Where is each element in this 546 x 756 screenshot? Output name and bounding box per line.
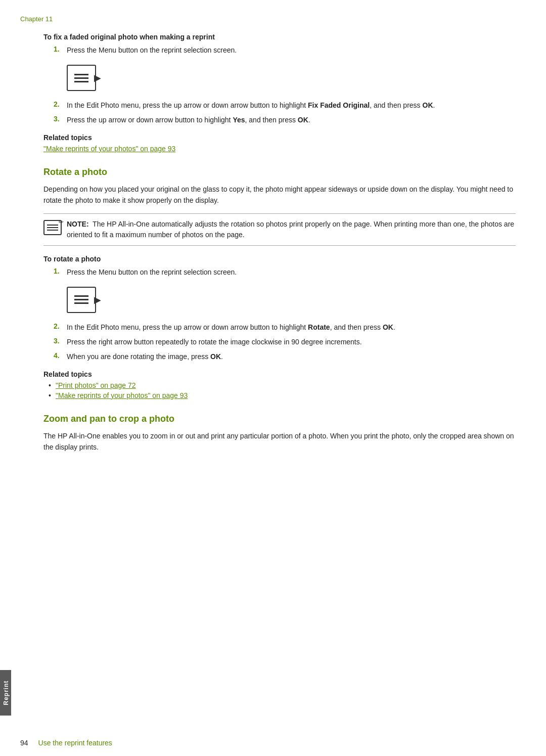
- bullet-dot-2: •: [49, 391, 56, 399]
- fix-faded-step-1: 1. Press the Menu button on the reprint …: [43, 45, 516, 56]
- menu-icon-line-1: [74, 74, 88, 75]
- fix-faded-section: To fix a faded original photo when makin…: [20, 33, 516, 153]
- sidebar-tab-label: Reprint: [2, 681, 9, 705]
- rotate-subheading: To rotate a photo: [43, 255, 516, 263]
- menu-icon-line-c: [74, 302, 88, 304]
- rotate-step-3: 3. Press the right arrow button repeated…: [43, 337, 516, 347]
- note-body: The HP All-in-One automatically adjusts …: [67, 220, 514, 239]
- rotate-step-num-3: 3.: [54, 337, 64, 347]
- rotate-step-text-4: When you are done rotating the image, pr…: [67, 351, 516, 362]
- fix-faded-ok: OK: [423, 101, 433, 109]
- step-number-3: 3.: [54, 115, 64, 125]
- note-text-container: NOTE: The HP All-in-One automatically ad…: [67, 219, 516, 240]
- step-text-2: In the Edit Photo menu, press the up arr…: [67, 100, 516, 111]
- note-label: NOTE:: [67, 220, 89, 228]
- note-icon-line-3: [47, 230, 58, 231]
- zoom-pan-description: The HP All-in-One enables you to zoom in…: [43, 430, 516, 453]
- rotate-step-num-2: 2.: [54, 322, 64, 333]
- page-footer: 94 Use the reprint features: [20, 739, 516, 747]
- fix-faded-yes: Yes: [233, 116, 245, 124]
- menu-icon-lines-2: [74, 295, 88, 304]
- menu-icon-line-2: [74, 77, 88, 79]
- step-number-1: 1.: [54, 45, 64, 56]
- fix-faded-steps: 1. Press the Menu button on the reprint …: [43, 45, 516, 56]
- step-text-1: Press the Menu button on the reprint sel…: [67, 45, 516, 56]
- bullet-dot-1: •: [49, 381, 56, 389]
- footer-section-label: Use the reprint features: [38, 739, 112, 747]
- fix-faded-related-link[interactable]: "Make reprints of your photos" on page 9…: [43, 145, 175, 153]
- menu-icon-line-b: [74, 299, 88, 300]
- menu-icon-line-a: [74, 295, 88, 297]
- rotate-step-1: 1. Press the Menu button on the reprint …: [43, 267, 516, 278]
- sidebar-tab: Reprint: [0, 670, 11, 716]
- menu-icon-arrow-2: ▶: [94, 294, 101, 305]
- fix-faded-heading: To fix a faded original photo when makin…: [43, 33, 516, 41]
- zoom-pan-title: Zoom and pan to crop a photo: [43, 414, 516, 424]
- page-number: 94: [20, 739, 28, 747]
- fix-faded-related-heading: Related topics: [43, 134, 516, 142]
- menu-button-icon: ▶: [67, 65, 96, 91]
- rotate-step-text-3: Press the right arrow button repeatedly …: [67, 337, 516, 347]
- rotate-photo-description: Depending on how you placed your origina…: [43, 184, 516, 206]
- rotate-steps: 1. Press the Menu button on the reprint …: [43, 267, 516, 278]
- zoom-pan-section: Zoom and pan to crop a photo The HP All-…: [20, 414, 516, 453]
- menu-icon-arrow: ▶: [94, 72, 101, 83]
- fix-faded-ok-3: OK: [298, 116, 308, 124]
- rotate-step-2: 2. In the Edit Photo menu, press the up …: [43, 322, 516, 333]
- rotate-ok-4: OK: [210, 352, 221, 361]
- step-number-2: 2.: [54, 100, 64, 111]
- fix-faded-step-3: 3. Press the up arrow or down arrow butt…: [43, 115, 516, 125]
- note-pencil-icon: ✏: [59, 218, 64, 226]
- rotate-step-text-1: Press the Menu button on the reprint sel…: [67, 267, 516, 278]
- note-icon-line-2: [47, 227, 58, 228]
- rotate-link-1[interactable]: "Print photos" on page 72: [56, 381, 136, 389]
- rotate-steps-2-4: 2. In the Edit Photo menu, press the up …: [43, 322, 516, 362]
- rotate-step-text-2: In the Edit Photo menu, press the up arr…: [67, 322, 516, 333]
- menu-button-icon-2: ▶: [67, 287, 96, 313]
- note-icon-line-1: [47, 225, 58, 226]
- menu-icon-line-3: [74, 81, 88, 82]
- rotate-step-num-1: 1.: [54, 267, 64, 278]
- rotate-photo-title: Rotate a photo: [43, 167, 516, 177]
- note-box: ✏ NOTE: The HP All-in-One automatically …: [43, 213, 516, 246]
- menu-icon-lines: [74, 74, 88, 82]
- rotate-photo-section: Rotate a photo Depending on how you plac…: [20, 167, 516, 399]
- fix-faded-steps-2-3: 2. In the Edit Photo menu, press the up …: [43, 100, 516, 125]
- step-text-3: Press the up arrow or down arrow button …: [67, 115, 516, 125]
- rotate-ok: OK: [383, 323, 393, 331]
- chapter-label: Chapter 11: [20, 15, 516, 23]
- rotate-step-num-4: 4.: [54, 351, 64, 362]
- rotate-related-link-1: • "Print photos" on page 72: [43, 381, 516, 389]
- rotate-link-2[interactable]: "Make reprints of your photos" on page 9…: [56, 391, 188, 399]
- fix-faded-step-2: 2. In the Edit Photo menu, press the up …: [43, 100, 516, 111]
- note-icon: ✏: [43, 220, 62, 235]
- rotate-related-links: • "Print photos" on page 72 • "Make repr…: [43, 381, 516, 399]
- rotate-step-4: 4. When you are done rotating the image,…: [43, 351, 516, 362]
- rotate-bold: Rotate: [308, 323, 330, 331]
- rotate-related-heading: Related topics: [43, 370, 516, 378]
- rotate-related-link-2: • "Make reprints of your photos" on page…: [43, 391, 516, 399]
- fix-faded-bold: Fix Faded Original: [308, 101, 370, 109]
